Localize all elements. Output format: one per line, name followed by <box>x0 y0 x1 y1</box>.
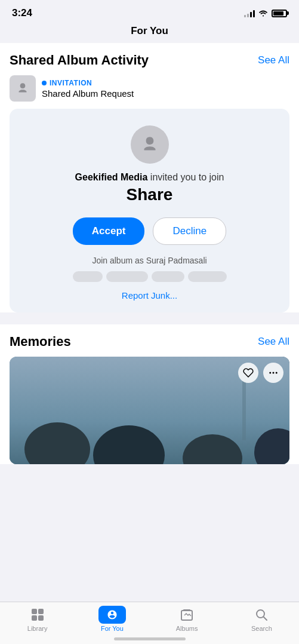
invitation-text-block: INVITATION Shared Album Request <box>42 79 134 99</box>
svg-rect-5 <box>242 381 246 440</box>
tab-albums[interactable]: Albums <box>169 607 205 632</box>
albums-icon <box>179 607 195 622</box>
shared-album-see-all[interactable]: See All <box>258 54 289 66</box>
page-title: For You <box>0 23 299 43</box>
invitation-dot <box>42 81 47 85</box>
for-you-icon <box>104 607 120 622</box>
memories-section: Memories See All <box>0 324 299 464</box>
svg-line-16 <box>264 617 267 621</box>
more-icon <box>268 367 279 378</box>
library-icon <box>30 607 45 622</box>
report-junk-link[interactable]: Report Junk... <box>122 290 177 300</box>
memories-header: Memories See All <box>10 334 289 349</box>
card-person-icon <box>138 133 161 156</box>
heart-icon <box>243 367 254 378</box>
share-title: Share <box>127 185 173 204</box>
svg-rect-9 <box>32 609 37 614</box>
battery-icon <box>272 10 287 17</box>
invitation-subtitle: Shared Album Request <box>42 88 134 99</box>
svg-point-6 <box>269 372 271 374</box>
svg-point-8 <box>276 372 278 374</box>
status-bar: 3:24 <box>0 0 299 23</box>
main-content: Shared Album Activity See All INVITATION… <box>0 43 299 312</box>
memories-title: Memories <box>10 334 71 349</box>
person-icon <box>15 81 30 96</box>
blur-row <box>73 271 227 282</box>
svg-rect-10 <box>38 609 44 614</box>
svg-rect-11 <box>32 615 37 621</box>
heart-button[interactable] <box>238 363 258 383</box>
memories-preview[interactable] <box>10 357 289 464</box>
tab-library-label: Library <box>27 625 48 632</box>
accept-button[interactable]: Accept <box>73 217 145 245</box>
invitation-badge: INVITATION <box>42 79 134 87</box>
memories-see-all[interactable]: See All <box>258 336 289 348</box>
decline-button[interactable]: Decline <box>153 217 226 245</box>
search-icon <box>254 607 269 622</box>
status-icons <box>244 9 287 17</box>
tab-search[interactable]: Search <box>243 607 279 632</box>
tab-search-label: Search <box>251 625 272 632</box>
more-button[interactable] <box>263 363 283 383</box>
action-buttons: Accept Decline <box>73 217 226 245</box>
card-avatar <box>131 125 169 164</box>
home-indicator <box>114 637 186 640</box>
invitation-card: Geekified Media invited you to join Shar… <box>10 109 289 312</box>
signal-icon <box>244 9 255 17</box>
join-as-text: Join album as Suraj Padmasali <box>92 256 206 265</box>
tab-albums-label: Albums <box>176 625 198 632</box>
invited-text: Geekified Media invited you to join <box>75 172 224 183</box>
status-time: 3:24 <box>12 7 32 19</box>
tab-for-you-label: For You <box>101 625 124 632</box>
svg-rect-12 <box>38 615 44 621</box>
shared-album-header: Shared Album Activity See All <box>10 53 289 68</box>
shared-album-title: Shared Album Activity <box>10 53 149 68</box>
tab-library[interactable]: Library <box>20 607 56 632</box>
tab-for-you[interactable]: For You <box>94 607 130 632</box>
wifi-icon <box>258 10 268 17</box>
memories-overlay-icons <box>238 363 283 383</box>
invitation-row: INVITATION Shared Album Request <box>10 75 289 102</box>
svg-rect-14 <box>183 609 190 611</box>
album-avatar <box>10 75 36 102</box>
svg-point-7 <box>273 372 275 374</box>
